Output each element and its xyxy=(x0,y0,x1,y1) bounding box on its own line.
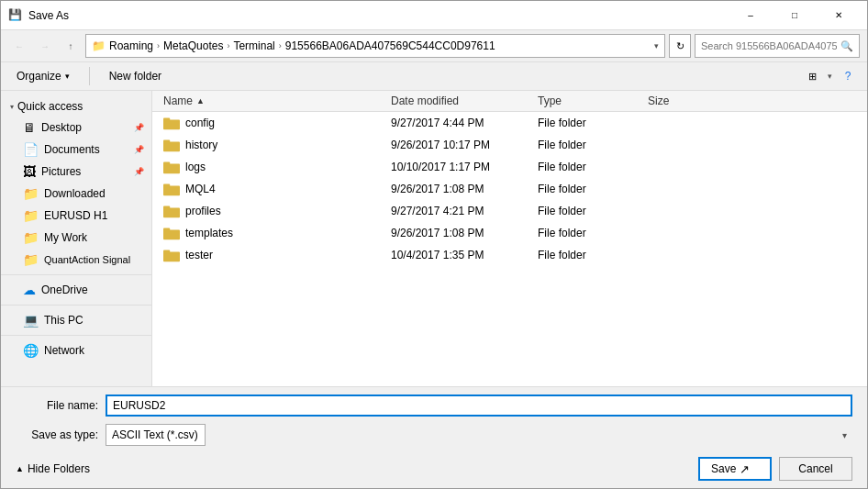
sidebar-divider-3 xyxy=(1,335,151,336)
folder-icon xyxy=(163,204,180,218)
desktop-pin-icon: 📌 xyxy=(134,123,144,132)
search-box[interactable]: 🔍 xyxy=(695,34,860,58)
folder-icon xyxy=(163,226,180,240)
sidebar-item-desktop-label: Desktop xyxy=(41,121,82,134)
forward-button[interactable]: → xyxy=(34,35,56,57)
hide-folders-link[interactable]: ▲ Hide Folders xyxy=(16,462,90,475)
column-header-date[interactable]: Date modified xyxy=(391,94,538,107)
sidebar-item-this-pc[interactable]: 💻 This PC xyxy=(1,309,151,331)
file-name-text: tester xyxy=(185,249,213,261)
pictures-pin-icon: 📌 xyxy=(134,167,144,176)
address-path[interactable]: 📁 Roaming › MetaQuotes › Terminal › 9155… xyxy=(85,34,665,58)
file-row-name: profiles xyxy=(152,204,391,218)
pictures-icon: 🖼 xyxy=(23,164,36,179)
svg-rect-7 xyxy=(163,184,170,188)
file-row-name: MQL4 xyxy=(152,182,391,196)
maximize-button[interactable]: □ xyxy=(773,1,816,30)
save-button[interactable]: Save ↗ xyxy=(698,457,772,481)
file-row-type: File folder xyxy=(538,117,648,129)
toolbar-right: ⊞ ▾ ? xyxy=(800,64,860,88)
path-chevron-2: › xyxy=(227,41,229,50)
up-button[interactable]: ↑ xyxy=(60,35,82,57)
organize-label: Organize xyxy=(17,70,61,83)
action-buttons: Save ↗ Cancel xyxy=(698,457,852,481)
sidebar-item-eurusd-h1[interactable]: 📁 EURUSD H1 xyxy=(1,205,151,227)
file-row-type: File folder xyxy=(538,227,648,239)
filename-label: File name: xyxy=(16,399,98,412)
svg-rect-9 xyxy=(163,206,170,210)
organize-button[interactable]: Organize ▾ xyxy=(8,64,78,88)
file-rows-container: config 9/27/2017 4:44 PM File folder his… xyxy=(152,112,867,266)
cancel-button[interactable]: Cancel xyxy=(779,457,852,481)
path-segment-guid[interactable]: 915566BA06ADA407569C544CC0D97611 xyxy=(285,39,495,52)
sidebar-item-documents[interactable]: 📄 Documents 📌 xyxy=(1,139,151,161)
column-header-type[interactable]: Type xyxy=(538,94,648,107)
title-bar-controls: – □ ✕ xyxy=(729,1,860,30)
sidebar-item-quantaction-signal[interactable]: 📁 QuantAction Signal xyxy=(1,249,151,271)
organize-chevron-icon: ▾ xyxy=(65,72,70,81)
sidebar-divider-2 xyxy=(1,305,151,306)
documents-pin-icon: 📌 xyxy=(134,145,144,154)
my-work-icon: 📁 xyxy=(23,230,39,245)
column-header-name[interactable]: Name ▲ xyxy=(152,94,391,107)
sidebar-item-my-work[interactable]: 📁 My Work xyxy=(1,227,151,249)
file-name-text: history xyxy=(185,139,217,151)
file-row-date: 9/27/2017 4:21 PM xyxy=(391,205,538,217)
quick-access-chevron-icon: ▾ xyxy=(10,103,14,111)
table-row[interactable]: tester 10/4/2017 1:35 PM File folder xyxy=(152,244,867,266)
sidebar-item-pictures[interactable]: 🖼 Pictures 📌 xyxy=(1,161,151,183)
file-list: Name ▲ Date modified Type Size xyxy=(152,91,867,386)
table-row[interactable]: MQL4 9/26/2017 1:08 PM File folder xyxy=(152,178,867,200)
path-segment-roaming[interactable]: Roaming xyxy=(109,39,153,52)
filename-input[interactable] xyxy=(106,395,852,417)
folder-icon xyxy=(163,248,180,262)
new-folder-button[interactable]: New folder xyxy=(101,64,170,88)
sidebar-item-desktop[interactable]: 🖥 Desktop 📌 xyxy=(1,117,151,139)
savetype-select[interactable]: ASCII Text (*.csv) All Files (*.*) xyxy=(106,424,206,446)
quick-access-label: Quick access xyxy=(17,100,83,113)
file-name-text: config xyxy=(185,117,215,129)
help-button[interactable]: ? xyxy=(836,64,860,88)
sidebar-item-onedrive[interactable]: ☁ OneDrive xyxy=(1,279,151,301)
view-button[interactable]: ⊞ xyxy=(800,64,824,88)
path-segment-metaquotes[interactable]: MetaQuotes xyxy=(163,39,223,52)
sidebar: ▾ Quick access 🖥 Desktop 📌 📄 Documents 📌… xyxy=(1,91,152,386)
table-row[interactable]: config 9/27/2017 4:44 PM File folder xyxy=(152,112,867,134)
save-cursor-icon: ↗ xyxy=(740,462,750,476)
search-input[interactable] xyxy=(701,40,837,51)
close-button[interactable]: ✕ xyxy=(818,1,860,30)
column-header-size[interactable]: Size xyxy=(648,94,721,107)
minimize-button[interactable]: – xyxy=(729,1,772,30)
path-dropdown-arrow[interactable]: ▾ xyxy=(654,41,659,50)
path-segment-terminal[interactable]: Terminal xyxy=(233,39,274,52)
title-bar-icon: 💾 xyxy=(8,8,23,23)
documents-icon: 📄 xyxy=(23,142,39,157)
svg-rect-13 xyxy=(163,250,170,254)
quick-access-header[interactable]: ▾ Quick access xyxy=(1,94,151,117)
table-row[interactable]: templates 9/26/2017 1:08 PM File folder xyxy=(152,222,867,244)
sidebar-item-eurusd-h1-label: EURUSD H1 xyxy=(44,209,107,222)
sidebar-item-network[interactable]: 🌐 Network xyxy=(1,339,151,361)
desktop-icon: 🖥 xyxy=(23,120,36,135)
file-row-date: 9/27/2017 4:44 PM xyxy=(391,117,538,129)
file-row-date: 9/26/2017 1:08 PM xyxy=(391,227,538,239)
sidebar-item-downloaded-label: Downloaded xyxy=(44,187,106,200)
svg-rect-3 xyxy=(163,140,170,144)
back-button[interactable]: ← xyxy=(8,35,30,57)
sidebar-item-quantaction-label: QuantAction Signal xyxy=(44,254,130,265)
file-row-name: history xyxy=(152,138,391,152)
table-row[interactable]: profiles 9/27/2017 4:21 PM File folder xyxy=(152,200,867,222)
file-row-date: 10/10/2017 1:17 PM xyxy=(391,161,538,173)
column-type-label: Type xyxy=(538,94,562,107)
bottom-area: File name: Save as type: ASCII Text (*.c… xyxy=(1,386,867,488)
table-row[interactable]: logs 10/10/2017 1:17 PM File folder xyxy=(152,156,867,178)
path-icon: 📁 xyxy=(92,39,106,52)
file-row-name: logs xyxy=(152,160,391,174)
column-date-label: Date modified xyxy=(391,94,459,107)
file-row-date: 9/26/2017 10:17 PM xyxy=(391,139,538,151)
file-row-date: 9/26/2017 1:08 PM xyxy=(391,183,538,195)
table-row[interactable]: history 9/26/2017 10:17 PM File folder xyxy=(152,134,867,156)
refresh-button[interactable]: ↻ xyxy=(669,34,691,58)
svg-rect-11 xyxy=(163,228,170,232)
sidebar-item-downloaded[interactable]: 📁 Downloaded xyxy=(1,183,151,205)
